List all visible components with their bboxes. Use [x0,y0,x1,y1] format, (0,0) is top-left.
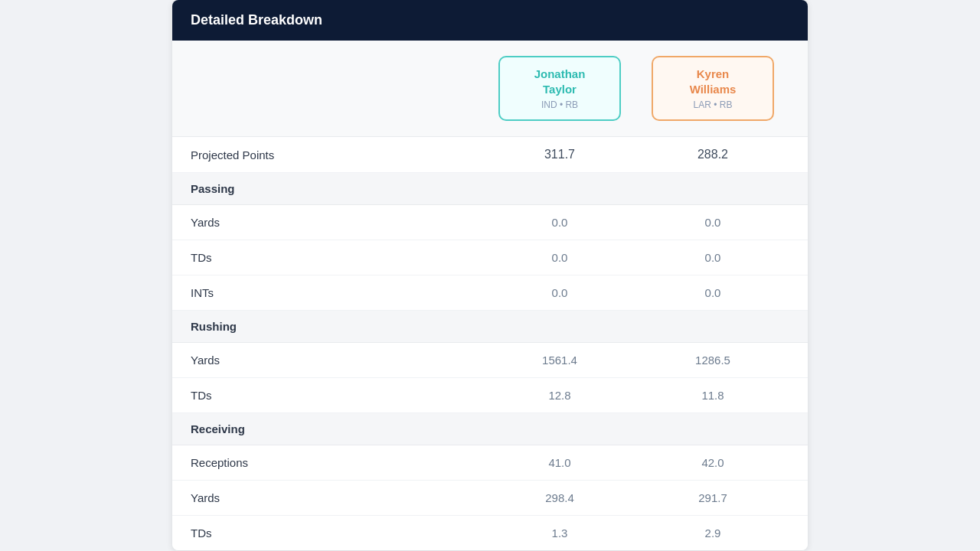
passing-yards-val2: 0.0 [652,216,774,229]
rushing-tds-row: TDs 12.8 11.8 [172,378,808,413]
passing-ints-label: INTs [191,286,483,299]
projected-points-label: Projected Points [191,148,483,161]
receiving-section: Receiving [172,413,808,445]
receptions-label: Receptions [191,456,483,469]
passing-ints-val1: 0.0 [498,286,621,299]
receptions-row: Receptions 41.0 42.0 [172,445,808,481]
receiving-yards-val2: 291.7 [652,491,774,504]
header-bar: Detailed Breakdown [172,0,808,41]
stats-table: Projected Points 311.7 288.2 Passing Yar… [172,137,808,550]
rushing-yards-label: Yards [191,354,483,367]
receptions-val2: 42.0 [652,456,774,469]
receiving-yards-row: Yards 298.4 291.7 [172,481,808,516]
passing-tds-val1: 0.0 [498,251,621,264]
rushing-section: Rushing [172,311,808,343]
receiving-tds-val1: 1.3 [498,527,621,540]
rushing-yards-row: Yards 1561.4 1286.5 [172,343,808,378]
rushing-tds-val1: 12.8 [498,389,621,402]
rushing-yards-val1: 1561.4 [498,354,621,367]
player-comparison-header: Jonathan Taylor IND • RB Kyren Williams … [172,41,808,137]
receptions-val1: 41.0 [498,456,621,469]
page-title: Detailed Breakdown [191,12,322,28]
projected-points-val1: 311.7 [498,148,621,161]
passing-yards-val1: 0.0 [498,216,621,229]
rushing-tds-label: TDs [191,389,483,402]
player1-name: Jonathan Taylor [512,67,607,96]
player2-name: Kyren Williams [665,67,760,96]
receiving-yards-val1: 298.4 [498,491,621,504]
rushing-yards-val2: 1286.5 [652,354,774,367]
passing-section-label: Passing [191,182,789,195]
player-card-kyren[interactable]: Kyren Williams LAR • RB [652,56,774,121]
passing-ints-row: INTs 0.0 0.0 [172,276,808,311]
main-container: Detailed Breakdown Jonathan Taylor IND •… [172,0,808,550]
receiving-section-label: Receiving [191,422,789,435]
rushing-tds-val2: 11.8 [652,389,774,402]
passing-yards-label: Yards [191,216,483,229]
player2-meta: LAR • RB [665,99,760,110]
projected-points-row: Projected Points 311.7 288.2 [172,137,808,173]
player-card-jonathan[interactable]: Jonathan Taylor IND • RB [498,56,621,121]
passing-ints-val2: 0.0 [652,286,774,299]
receiving-tds-label: TDs [191,527,483,540]
passing-tds-row: TDs 0.0 0.0 [172,240,808,276]
passing-tds-val2: 0.0 [652,251,774,264]
rushing-section-label: Rushing [191,320,789,333]
passing-yards-row: Yards 0.0 0.0 [172,205,808,240]
projected-points-val2: 288.2 [652,148,774,161]
passing-section: Passing [172,173,808,205]
receiving-yards-label: Yards [191,491,483,504]
receiving-tds-row: TDs 1.3 2.9 [172,516,808,550]
receiving-tds-val2: 2.9 [652,527,774,540]
player1-meta: IND • RB [512,99,607,110]
passing-tds-label: TDs [191,251,483,264]
